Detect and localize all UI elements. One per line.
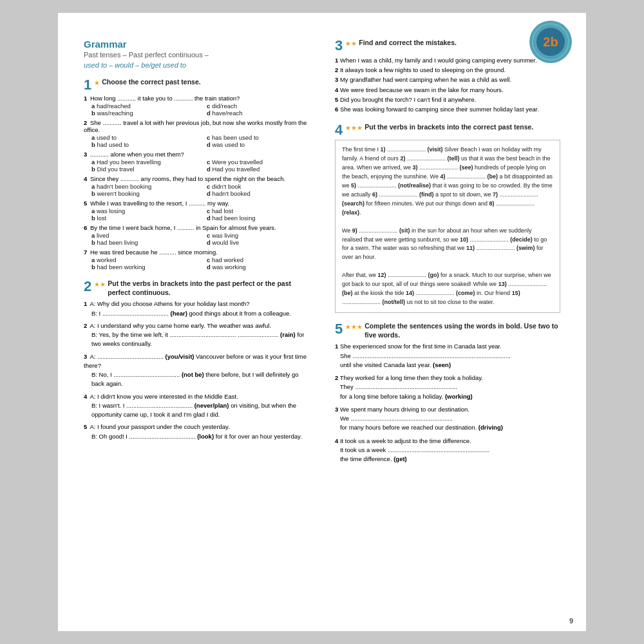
ex1-q5-options: a was losing c had lost [84,207,309,214]
svg-text:2b: 2b [543,35,558,49]
ex3-questions: 1 When I was a child, my family and I wo… [335,55,560,114]
ex1-q7-options: a worked c had worked [84,256,309,263]
ex1-q4-options: a hadn't been booking c didn't book [84,183,309,190]
ex1-q4-options2: b weren't booking d hadn't booked [84,190,309,197]
ex2-header: 2 ★★ Put the verbs in brackets into the … [84,279,309,297]
ex5-q2: 2 They worked for a long time then they … [335,374,560,401]
ex2-d4: 4 A: I didn't know you were interested i… [84,392,309,420]
ex2-d5: 5 A: I found your passport under the cou… [84,422,309,441]
ex1-header: 1 ★ Choose the correct past tense. [84,78,309,92]
exercise-5: 5 ★★★ Complete the sentences using the w… [335,322,560,464]
ex3-header: 3 ★★ Find and correct the mistakes. [335,39,560,53]
ex4-header: 4 ★★★ Put the verbs in brackets into the… [335,123,560,137]
ex5-questions: 1 She experienced snow for the first tim… [335,342,560,464]
ex1-q5: 5 While I was travelling to the resort, … [84,200,309,207]
grammar-subtitle2: used to – would – be/get used to [84,61,309,69]
grammar-header: Grammar Past tenses – Past perfect conti… [84,39,309,69]
ex1-q2-options: a used to c has been used to [84,134,309,141]
grammar-subtitle1: Past tenses – Past perfect continuous – [84,51,309,59]
ex2-d2: 2 A: I understand why you came home earl… [84,321,309,349]
ex1-q3-options2: b Did you travel d Had you travelled [84,166,309,173]
exercise-1: 1 ★ Choose the correct past tense. 1 How… [84,78,309,270]
ex5-q1: 1 She experienced snow for the first tim… [335,342,560,370]
left-column: Grammar Past tenses – Past perfect conti… [84,39,316,473]
ex1-q3: 3 ........... alone when you met them? [84,151,309,158]
ex3-q6: 6 She was looking forward to camping sin… [335,104,560,114]
unit-badge: 2b [528,19,573,64]
ex1-q6-options: a lived c was living [84,232,309,239]
ex1-q7-options2: b had been working d was working [84,263,309,270]
exercise-2: 2 ★★ Put the verbs in brackets into the … [84,279,309,441]
ex2-d3: 3 A: ...................................… [84,352,309,389]
ex1-q6: 6 By the time I went back home, I ......… [84,224,309,231]
ex1-q4: 4 Since they ........... any rooms, they… [84,175,309,182]
page: 2b Grammar Past tenses – Past perfect co… [58,13,586,631]
exercise-3: 3 ★★ Find and correct the mistakes. 1 Wh… [335,39,560,114]
ex5-q4: 4 It took us a week to adjust to the tim… [335,437,560,464]
ex1-q3-options: a Had you been travelling c Were you tra… [84,158,309,166]
ex1-q2: 2 She ........... travel a lot with her … [84,119,309,133]
ex1-q1-options: a had/reached c did/reach [84,102,309,109]
ex3-q5: 5 Did you brought the torch? I can't fin… [335,95,560,104]
right-column: 3 ★★ Find and correct the mistakes. 1 Wh… [328,39,560,473]
ex2-d1: 1 A: Why did you choose Athens for your … [84,299,309,318]
ex3-q3: 3 My grandfather had went camping when h… [335,75,560,84]
ex3-q1: 1 When I was a child, my family and I wo… [335,55,560,65]
ex1-q7: 7 He was tired because he .......... sin… [84,249,309,256]
page-number: 9 [569,617,573,625]
ex1-q2-options2: b had used to d was used to [84,141,309,148]
ex1-q1: 1 How long ........... it take you to ..… [84,95,309,102]
ex4-passage: The first time I 1) ....................… [335,140,560,313]
exercise-4: 4 ★★★ Put the verbs in brackets into the… [335,123,560,313]
content-area: Grammar Past tenses – Past perfect conti… [84,39,560,473]
ex5-q3: 3 We spent many hours driving to our des… [335,405,560,433]
grammar-title: Grammar [84,39,309,50]
ex1-q6-options2: b had been living d would live [84,239,309,246]
ex3-q2: 2 It always took a few nights to used to… [335,65,560,75]
ex5-header: 5 ★★★ Complete the sentences using the w… [335,322,560,339]
ex1-q1-options2: b was/reaching d have/reach [84,109,309,117]
ex1-q5-options2: b lost d had been losing [84,214,309,222]
ex3-q4: 4 We were tired because we swam in the l… [335,85,560,95]
